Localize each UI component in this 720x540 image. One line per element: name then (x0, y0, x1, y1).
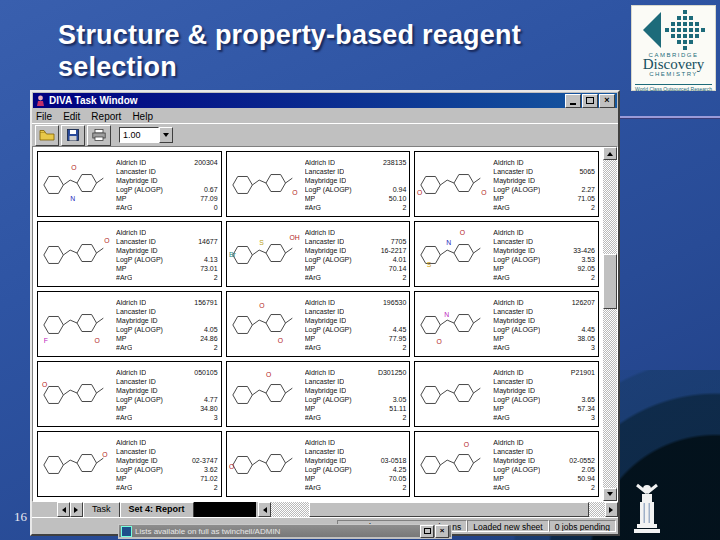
svg-text:O: O (71, 164, 76, 171)
property-value: 3.65 (578, 395, 595, 404)
property-row: Aldrich ID238135 (305, 158, 407, 167)
property-label: Maybridge ID (116, 456, 158, 465)
tab-task[interactable]: Task (83, 502, 120, 517)
scroll-right-button[interactable] (605, 502, 618, 517)
property-row: Aldrich ID (305, 228, 407, 237)
reagent-cell[interactable]: BrSOH Aldrich IDLancaster ID7705Maybridg… (226, 221, 411, 287)
property-row: LogP (ALOGP)3.65 (493, 395, 595, 404)
property-row: MP50.10 (305, 194, 407, 203)
tab-set-4-report[interactable]: Set 4: Report (120, 502, 194, 517)
arrow-down-icon (607, 492, 613, 499)
reagent-cell[interactable]: O Aldrich IDLancaster IDMaybridge ID02-3… (37, 431, 222, 497)
property-row: #ArG3 (493, 343, 595, 352)
open-button[interactable] (35, 125, 59, 146)
property-value: 4.01 (390, 255, 407, 264)
property-row: LogP (ALOGP)2.05 (493, 465, 595, 474)
property-value: 0.67 (201, 185, 218, 194)
scroll-up-button[interactable] (603, 147, 617, 160)
reagent-cell[interactable]: O Aldrich ID238135Lancaster IDMaybridge … (226, 151, 411, 217)
property-label: Aldrich ID (116, 438, 146, 447)
property-label: LogP (ALOGP) (116, 395, 163, 404)
vertical-scroll-thumb[interactable] (603, 254, 617, 309)
property-value (592, 176, 595, 185)
property-label: LogP (ALOGP) (116, 185, 163, 194)
maximize-button[interactable] (582, 94, 598, 108)
property-label: Lancaster ID (116, 167, 156, 176)
property-label: MP (116, 334, 127, 343)
sheet-content: ON Aldrich ID200304Lancaster IDMaybridge… (32, 146, 618, 502)
property-value: 4.77 (201, 395, 218, 404)
property-row: Aldrich ID200304 (116, 158, 218, 167)
background-close-button[interactable]: × (435, 525, 449, 538)
svg-text:N: N (445, 311, 450, 318)
vertical-scroll-track[interactable] (603, 160, 617, 488)
scroll-left-button[interactable] (258, 502, 271, 517)
property-row: LogP (ALOGP)4.05 (116, 325, 218, 334)
property-row: MP77.09 (116, 194, 218, 203)
reagent-cell[interactable]: O Aldrich ID050105Lancaster IDMaybridge … (37, 361, 222, 427)
print-button[interactable] (87, 125, 111, 146)
zoom-combobox[interactable]: 1.00 (119, 127, 173, 143)
property-value: P21901 (568, 368, 595, 377)
property-label: LogP (ALOGP) (116, 255, 163, 264)
minimize-button[interactable] (565, 94, 581, 108)
scroll-down-button[interactable] (603, 488, 617, 501)
property-label: Maybridge ID (305, 456, 347, 465)
reagent-cell[interactable]: O Aldrich IDLancaster IDMaybridge ID03-0… (226, 431, 411, 497)
property-row: #ArG2 (116, 483, 218, 492)
tab-scroll-right-button[interactable] (70, 502, 83, 517)
close-button[interactable]: × (599, 94, 615, 108)
property-row: #ArG2 (305, 273, 407, 282)
property-value (215, 316, 218, 325)
reagent-cell[interactable]: FO Aldrich ID156791Lancaster IDMaybridge… (37, 291, 222, 357)
property-row: Lancaster ID (116, 447, 218, 456)
window-titlebar[interactable]: DIVA Task Window × (33, 93, 617, 108)
property-value (592, 307, 595, 316)
menu-file[interactable]: File (36, 111, 52, 122)
reagent-cell[interactable]: OO Aldrich IDLancaster ID5065Maybridge I… (414, 151, 599, 217)
property-row: #ArG2 (305, 343, 407, 352)
property-label: Lancaster ID (305, 377, 345, 386)
reagent-cell[interactable]: O Aldrich IDD301250Lancaster IDMaybridge… (226, 361, 411, 427)
property-value: 02-3747 (189, 456, 218, 465)
property-label: Lancaster ID (305, 237, 345, 246)
property-list: Aldrich IDD301250Lancaster IDMaybridge I… (305, 365, 410, 424)
vertical-scrollbar[interactable] (603, 147, 617, 501)
menu-help[interactable]: Help (132, 111, 153, 122)
property-value: 0 (211, 203, 218, 212)
property-value: 33-426 (570, 246, 595, 255)
reagent-cell[interactable]: ON Aldrich ID200304Lancaster IDMaybridge… (37, 151, 222, 217)
property-label: Aldrich ID (116, 228, 146, 237)
property-row: Aldrich ID (493, 158, 595, 167)
property-row: Lancaster ID (116, 167, 218, 176)
property-value: 2 (399, 273, 406, 282)
property-value: 50.94 (574, 474, 595, 483)
reagent-cell[interactable]: Aldrich IDP21901Lancaster IDMaybridge ID… (414, 361, 599, 427)
background-maximize-button[interactable] (420, 525, 434, 538)
property-value: 77.95 (386, 334, 407, 343)
reagent-cell[interactable]: NO Aldrich ID126207Lancaster IDMaybridge… (414, 291, 599, 357)
svg-text:O: O (95, 337, 100, 344)
molecule-structure: NO (415, 295, 493, 353)
zoom-dropdown-button[interactable] (159, 127, 173, 143)
background-window-titlebar[interactable]: Lists available on full as twinchell/ADM… (118, 524, 452, 539)
tab-scroll-left-button[interactable] (57, 502, 70, 517)
property-label: #ArG (305, 413, 321, 422)
reagent-cell[interactable]: NSO Aldrich IDLancaster IDMaybridge ID33… (414, 221, 599, 287)
reagent-cell[interactable]: OO Aldrich ID196530Lancaster IDMaybridge… (226, 291, 411, 357)
svg-text:O: O (104, 237, 109, 244)
property-label: Maybridge ID (493, 316, 535, 325)
molecule-structure: O (415, 435, 493, 493)
reagent-cell[interactable]: O Aldrich IDLancaster ID14677Maybridge I… (37, 221, 222, 287)
horizontal-scroll-track[interactable] (271, 502, 605, 517)
horizontal-scrollbar[interactable] (258, 502, 618, 517)
menu-edit[interactable]: Edit (63, 111, 80, 122)
horizontal-scroll-thumb[interactable] (309, 502, 589, 517)
property-row: Maybridge ID (305, 316, 407, 325)
menu-report[interactable]: Report (91, 111, 121, 122)
save-button[interactable] (61, 125, 85, 146)
property-list: Aldrich ID156791Lancaster IDMaybridge ID… (116, 295, 221, 354)
molecule-structure: O (227, 365, 305, 423)
chevron-down-icon (163, 133, 169, 140)
reagent-cell[interactable]: O Aldrich IDLancaster IDMaybridge ID02-0… (414, 431, 599, 497)
